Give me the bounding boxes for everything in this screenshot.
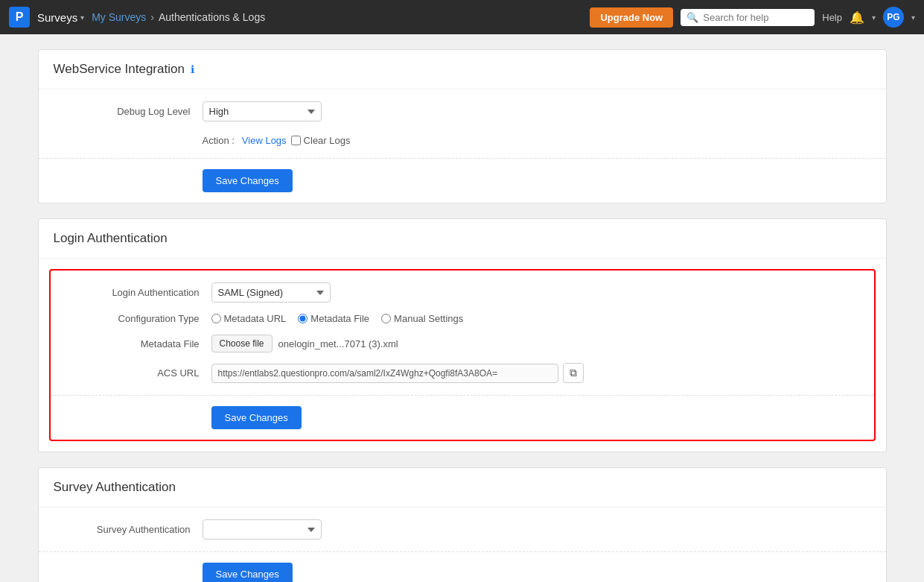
file-input-wrapper: Choose file onelogin_met...7071 (3).xml — [211, 335, 398, 352]
survey-auth-form: Survey Authentication Default Password N… — [39, 507, 886, 552]
webservice-section-header: WebService Integration ℹ — [39, 50, 886, 89]
bell-icon[interactable]: 🔔 — [850, 10, 864, 25]
survey-auth-select[interactable]: Default Password None — [203, 519, 322, 540]
survey-auth-row: Survey Authentication Default Password N… — [54, 519, 871, 540]
bell-caret-icon: ▾ — [872, 13, 876, 22]
radio-manual-settings-input[interactable] — [381, 314, 391, 323]
choose-file-button[interactable]: Choose file — [211, 335, 273, 352]
login-auth-form-label: Login Authentication — [63, 287, 211, 298]
view-logs-link[interactable]: View Logs — [242, 135, 287, 146]
webservice-section: WebService Integration ℹ Debug Log Level… — [38, 49, 887, 203]
login-save-row: Save Changes — [51, 395, 874, 440]
debug-log-label: Debug Log Level — [54, 106, 203, 117]
breadcrumb-separator: › — [150, 11, 154, 23]
file-name-display: onelogin_met...7071 (3).xml — [278, 338, 398, 349]
app-logo: P — [9, 7, 30, 28]
login-auth-section: Login Authentication Login Authenticatio… — [38, 218, 887, 452]
acs-url-label: ACS URL — [63, 367, 211, 379]
metadata-file-control: Choose file onelogin_met...7071 (3).xml — [211, 335, 862, 352]
acs-url-row: ACS URL ⧉ — [63, 363, 862, 383]
my-surveys-link[interactable]: My Surveys — [92, 11, 146, 23]
search-input[interactable] — [703, 12, 809, 23]
user-caret-icon: ▾ — [911, 13, 915, 22]
surveys-caret-icon: ▾ — [80, 13, 84, 22]
radio-manual-settings[interactable]: Manual Settings — [381, 313, 463, 324]
action-row: Action : View Logs Clear Logs — [54, 132, 871, 146]
webservice-save-button[interactable]: Save Changes — [203, 169, 293, 192]
login-auth-row: Login Authentication SAML (Signed) SAML … — [63, 282, 862, 303]
survey-auth-header: Survey Authentication — [39, 468, 886, 507]
search-icon: 🔍 — [686, 12, 698, 23]
debug-log-row: Debug Log Level High Medium Low None — [54, 101, 871, 121]
clear-logs-wrapper: Clear Logs — [291, 135, 351, 146]
acs-url-input[interactable] — [211, 364, 558, 383]
login-auth-form-control: SAML (Signed) SAML (Unsigned) None — [211, 282, 862, 303]
search-box: 🔍 — [681, 9, 815, 26]
metadata-file-label: Metadata File — [63, 338, 211, 349]
acs-url-wrapper: ⧉ — [211, 363, 584, 383]
radio-metadata-file-input[interactable] — [298, 314, 308, 323]
surveys-menu-button[interactable]: Surveys ▾ — [37, 11, 84, 24]
login-auth-highlighted: Login Authentication SAML (Signed) SAML … — [49, 269, 876, 441]
metadata-file-row: Metadata File Choose file onelogin_met..… — [63, 335, 862, 352]
info-icon[interactable]: ℹ — [191, 63, 194, 75]
survey-auth-save-button[interactable]: Save Changes — [203, 563, 293, 582]
config-type-row: Configuration Type Metadata URL Metadata… — [63, 313, 862, 324]
user-avatar[interactable]: PG — [883, 7, 904, 28]
radio-metadata-file-label: Metadata File — [310, 313, 369, 324]
survey-auth-control: Default Password None — [203, 519, 871, 540]
action-controls: Action : View Logs Clear Logs — [203, 135, 351, 146]
acs-url-control: ⧉ — [211, 363, 862, 383]
survey-save-row: Save Changes — [39, 552, 886, 582]
debug-log-control: High Medium Low None — [203, 101, 871, 121]
login-auth-header: Login Authentication — [39, 219, 886, 259]
breadcrumb-current: Authentications & Logs — [159, 11, 265, 23]
config-type-label: Configuration Type — [63, 313, 211, 324]
clear-logs-label[interactable]: Clear Logs — [304, 135, 351, 146]
help-link[interactable]: Help — [822, 12, 842, 23]
app-header: P Surveys ▾ My Surveys › Authentications… — [0, 0, 924, 34]
radio-metadata-url-input[interactable] — [211, 314, 221, 323]
debug-log-select[interactable]: High Medium Low None — [203, 101, 322, 121]
survey-auth-section: Survey Authentication Survey Authenticat… — [38, 467, 887, 582]
radio-metadata-file[interactable]: Metadata File — [298, 313, 369, 324]
webservice-form: Debug Log Level High Medium Low None Act… — [39, 89, 886, 159]
radio-metadata-url[interactable]: Metadata URL — [211, 313, 287, 324]
action-label: Action : — [203, 135, 235, 146]
login-auth-title: Login Authentication — [54, 231, 168, 246]
copy-icon: ⧉ — [570, 367, 577, 379]
login-auth-save-button[interactable]: Save Changes — [211, 406, 302, 429]
webservice-section-title: WebService Integration — [54, 62, 185, 77]
webservice-save-row: Save Changes — [39, 159, 886, 203]
breadcrumb: My Surveys › Authentications & Logs — [92, 11, 265, 23]
survey-auth-title: Survey Authentication — [54, 480, 176, 495]
copy-url-button[interactable]: ⧉ — [563, 363, 584, 383]
survey-auth-label: Survey Authentication — [54, 524, 203, 535]
config-type-control: Metadata URL Metadata File Manual Settin… — [211, 313, 862, 324]
login-auth-select[interactable]: SAML (Signed) SAML (Unsigned) None — [211, 282, 331, 303]
clear-logs-checkbox[interactable] — [291, 136, 301, 145]
radio-metadata-url-label: Metadata URL — [224, 313, 287, 324]
main-content: WebService Integration ℹ Debug Log Level… — [16, 34, 909, 582]
radio-manual-settings-label: Manual Settings — [394, 313, 463, 324]
upgrade-button[interactable]: Upgrade Now — [590, 7, 673, 28]
config-type-radio-group: Metadata URL Metadata File Manual Settin… — [211, 313, 464, 324]
